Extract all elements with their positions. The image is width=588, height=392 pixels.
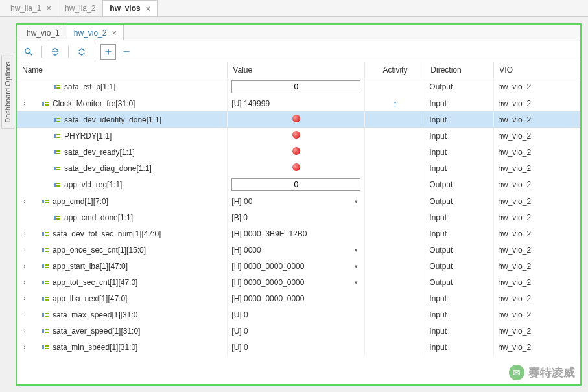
svg-rect-49 [45,313,49,314]
value-dropdown[interactable]: [H] 0000_0000_0000▾ [231,278,360,287]
signal-name: app_lba_next[1][47:0] [53,294,127,303]
svg-rect-23 [56,169,60,170]
direction-cell: Input [425,111,494,128]
outer-tab-hw_ila_2[interactable]: hw_ila_2 [58,0,102,16]
table-row[interactable]: app_cmd_done[1:1][B] 0Inputhw_vio_2 [17,209,580,225]
svg-rect-38 [45,251,49,252]
svg-rect-43 [45,281,49,282]
table-row[interactable]: ›sata_min_speed[1][31:0][U] 0Inputhw_vio… [17,339,580,355]
value-text: [U] 0 [231,310,360,319]
col-header-vio[interactable]: VIO [494,62,580,78]
vio-cell: hw_vio_2 [494,258,580,274]
led-indicator [292,147,300,155]
close-icon[interactable]: × [112,28,117,38]
col-header-direction[interactable]: Direction [425,62,494,78]
svg-rect-9 [42,102,44,106]
table-row[interactable]: ›app_tot_sec_cnt[1][47:0][H] 0000_0000_0… [17,274,580,290]
svg-rect-25 [56,183,60,184]
close-icon[interactable]: × [46,3,51,13]
svg-rect-31 [56,216,60,217]
signal-icon [41,279,49,286]
expand-icon[interactable]: › [21,311,29,318]
svg-rect-11 [45,104,49,106]
col-header-name[interactable]: Name [17,62,228,78]
search-button[interactable] [21,44,36,60]
svg-rect-37 [45,248,49,249]
signal-table-container: Name Value Activity Direction VIO sata_r… [17,62,580,384]
expand-icon[interactable]: › [21,327,29,334]
tab-label: hw_vios [110,4,140,13]
direction-cell: Input [425,95,494,111]
table-row[interactable]: ›sata_max_speed[1][31:0][U] 0Inputhw_vio… [17,306,580,323]
expand-icon[interactable]: › [21,343,29,351]
inner-tab-hw_vio_2[interactable]: hw_vio_2× [67,25,124,41]
value-input[interactable] [231,178,360,191]
vio-cell: hw_vio_2 [494,176,580,193]
signal-icon [53,165,61,172]
value-dropdown[interactable]: [H] 00▾ [231,197,360,206]
signal-icon [41,343,49,351]
signal-icon [53,148,61,156]
vio-cell: hw_vio_2 [494,144,580,160]
table-row[interactable]: ›app_once_sec_cnt[1][15:0][H] 0000▾Outpu… [17,242,580,258]
table-row[interactable]: sata_dev_diag_done[1:1]Inputhw_vio_2 [17,160,580,176]
table-row[interactable]: ›app_cmd[1][7:0][H] 00▾Outputhw_vio_2 [17,193,580,209]
inner-tab-hw_vio_1[interactable]: hw_vio_1 [19,25,67,41]
expand-icon[interactable]: › [21,295,29,302]
value-dropdown[interactable]: [H] 0000▾ [231,246,360,255]
expand-icon[interactable]: › [21,279,29,286]
direction-cell: Output [425,78,494,96]
vio-cell: hw_vio_2 [494,339,580,355]
expand-icon[interactable]: › [21,100,29,107]
svg-rect-36 [42,248,44,252]
svg-rect-50 [45,316,49,317]
signal-name: app_once_sec_cnt[1][15:0] [53,246,146,255]
direction-cell: Output [425,274,494,290]
svg-rect-13 [56,118,60,119]
expand-button[interactable] [74,44,89,60]
svg-rect-51 [42,329,44,333]
table-row[interactable]: app_vld_reg[1:1]Outputhw_vio_2 [17,176,580,193]
expand-icon[interactable]: › [21,246,29,253]
signal-icon [41,100,49,108]
dashboard-options-tab[interactable]: Dashboard Options [1,56,14,129]
expand-icon[interactable]: › [21,230,29,237]
svg-rect-56 [45,348,49,349]
svg-rect-29 [45,202,49,203]
expand-icon[interactable]: › [21,198,29,205]
led-indicator [292,131,300,139]
table-row[interactable]: ›app_start_lba[1][47:0][H] 0000_0000_000… [17,258,580,274]
svg-rect-48 [42,313,44,317]
expand-icon[interactable]: › [21,262,29,270]
vio-cell: hw_vio_2 [494,290,580,306]
table-row[interactable]: ›sata_dev_tot_sec_num[1][47:0][H] 0000_3… [17,225,580,242]
signal-icon [53,116,61,124]
svg-rect-32 [56,218,60,220]
remove-button[interactable] [119,44,134,60]
table-row[interactable]: PHYRDY[1:1]Inputhw_vio_2 [17,128,580,144]
value-text: [U] 0 [231,343,360,352]
direction-cell: Input [425,128,494,144]
col-header-activity[interactable]: Activity [365,62,425,78]
col-header-value[interactable]: Value [228,62,365,78]
outer-tab-hw_ila_1[interactable]: hw_ila_1× [4,0,58,16]
table-row[interactable]: sata_dev_identify_done[1:1]Inputhw_vio_2 [17,111,580,128]
svg-rect-42 [42,281,44,284]
table-row[interactable]: sata_rst_p[1:1]Outputhw_vio_2 [17,78,580,96]
add-button[interactable] [100,44,116,60]
value-input[interactable] [231,80,360,93]
signal-name: sata_dev_diag_done[1:1] [64,164,152,173]
table-row[interactable]: sata_dev_ready[1:1]Inputhw_vio_2 [17,144,580,160]
direction-cell: Input [425,144,494,160]
value-dropdown[interactable]: [H] 0000_0000_0000▾ [231,262,360,271]
svg-rect-40 [45,264,49,266]
collapse-button[interactable] [47,44,63,60]
outer-tab-hw_vios[interactable]: hw_vios× [102,0,158,16]
close-icon[interactable]: × [146,4,151,14]
table-row[interactable]: ›sata_aver_speed[1][31:0][U] 0Inputhw_vi… [17,323,580,339]
vio-cell: hw_vio_2 [494,225,580,242]
table-row[interactable]: ›Clock_Monitor_fre[31:0][U] 149999↕Input… [17,95,580,111]
vio-cell: hw_vio_2 [494,242,580,258]
table-row[interactable]: ›app_lba_next[1][47:0][H] 0000_0000_0000… [17,290,580,306]
svg-rect-7 [56,85,60,86]
